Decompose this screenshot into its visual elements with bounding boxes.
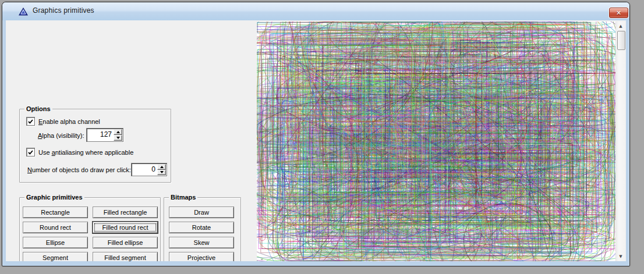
options-group-legend: Options xyxy=(24,105,52,113)
antialiasing-label[interactable]: Use antialiasing where applicable xyxy=(38,149,133,156)
primitive-button-ellipse[interactable]: Ellipse xyxy=(23,237,88,248)
app-triangle-icon xyxy=(19,8,28,16)
close-button[interactable]: ✕ xyxy=(609,8,628,18)
vertical-scrollbar[interactable]: ▲ ▼ xyxy=(615,22,625,261)
bitmap-button-skew[interactable]: Skew xyxy=(169,237,234,248)
enable-alpha-label[interactable]: Enable alpha channel xyxy=(38,118,100,125)
title-bar[interactable]: Graphics primitives ✕ xyxy=(2,2,629,20)
primitive-button-segment[interactable]: Segment xyxy=(23,252,88,261)
alpha-value[interactable]: 127 xyxy=(87,129,114,141)
primitive-button-round-rect[interactable]: Round rect xyxy=(23,222,88,233)
close-icon: ✕ xyxy=(616,10,621,16)
check-icon xyxy=(28,150,33,155)
graphic-primitives-group: Graphic primitives Rectangle Round rect … xyxy=(19,197,161,261)
primitive-button-rectangle[interactable]: Rectangle xyxy=(23,207,88,218)
objects-value[interactable]: 0 xyxy=(132,163,157,176)
alpha-spin-down-button[interactable] xyxy=(114,135,122,141)
objects-spin-down-button[interactable] xyxy=(157,170,166,176)
scroll-up-button[interactable]: ▲ xyxy=(616,22,625,31)
scroll-up-icon: ▲ xyxy=(619,24,622,29)
objects-spin-edit[interactable]: 0 xyxy=(131,163,167,176)
primitive-button-filled-rectangle[interactable]: Filled rectangle xyxy=(93,207,158,218)
graphic-primitives-legend: Graphic primitives xyxy=(24,193,84,201)
bitmap-button-draw[interactable]: Draw xyxy=(169,207,234,218)
primitive-button-filled-ellipse[interactable]: Filled ellipse xyxy=(93,237,158,248)
objects-per-click-label: Number of objects do draw per click: xyxy=(27,166,131,173)
scroll-thumb[interactable] xyxy=(617,31,625,50)
spin-up-icon xyxy=(116,131,120,133)
scroll-down-icon: ▼ xyxy=(619,255,622,259)
objects-spin-buttons xyxy=(157,164,166,175)
check-icon xyxy=(28,119,33,124)
bitmap-button-projective[interactable]: Projective xyxy=(169,252,234,261)
spin-up-icon xyxy=(160,166,164,168)
window-title: Graphics primitives xyxy=(33,6,94,15)
objects-spin-up-button[interactable] xyxy=(157,164,166,170)
enable-alpha-checkbox-row: Enable alpha channel xyxy=(26,117,100,126)
alpha-spin-up-button[interactable] xyxy=(114,129,122,135)
paint-canvas[interactable] xyxy=(257,22,615,261)
app-window: Graphics primitives ✕ Options Enable alp… xyxy=(2,2,630,266)
options-group: Options Enable alpha channel Alpha (visi… xyxy=(19,109,171,183)
enable-alpha-checkbox[interactable] xyxy=(26,117,35,126)
spin-down-icon xyxy=(160,171,164,173)
alpha-spin-edit[interactable]: 127 xyxy=(86,128,123,142)
alpha-visibility-label: Alpha (visibility): xyxy=(38,132,84,139)
scroll-down-button[interactable]: ▼ xyxy=(616,252,625,261)
bitmaps-legend: Bitmaps xyxy=(169,193,197,201)
bitmaps-group: Bitmaps Draw Rotate Skew Projective xyxy=(164,197,241,261)
spin-down-icon xyxy=(116,137,120,139)
antialiasing-checkbox[interactable] xyxy=(26,148,35,156)
antialiasing-checkbox-row: Use antialiasing where applicable xyxy=(26,148,133,156)
client-area: Options Enable alpha channel Alpha (visi… xyxy=(6,20,626,261)
primitive-button-filled-segment[interactable]: Filled segment xyxy=(93,252,158,261)
alpha-spin-buttons xyxy=(114,129,122,141)
primitive-button-filled-round-rect[interactable]: Filled round rect xyxy=(93,222,158,233)
bitmap-button-rotate[interactable]: Rotate xyxy=(169,222,234,233)
